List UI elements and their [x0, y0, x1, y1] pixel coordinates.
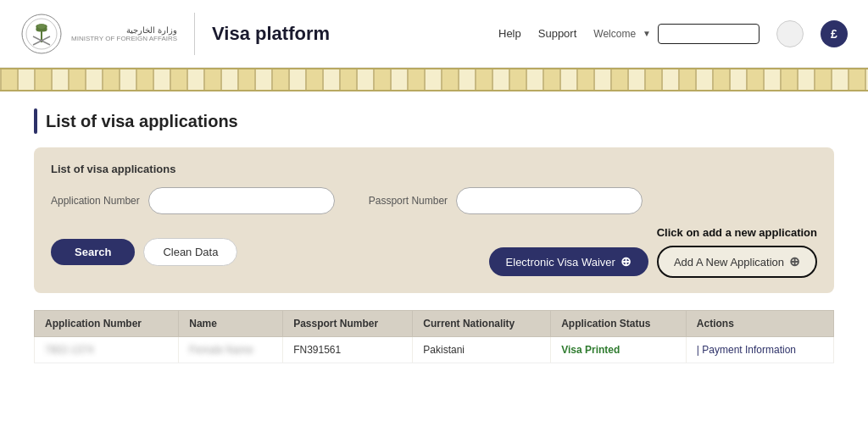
cell-actions: | Payment Information	[686, 337, 833, 363]
search-fields: Application Number Passport Number	[51, 187, 817, 214]
welcome-area: Welcome ▼	[593, 24, 760, 44]
col-status: Application Status	[551, 311, 687, 337]
add-new-plus-icon: ⊕	[789, 254, 800, 269]
table-body: 7802-1374 Female Name FN391561 Pakistani…	[35, 337, 834, 363]
table-header: Application Number Name Passport Number …	[35, 311, 834, 337]
table-row: 7802-1374 Female Name FN391561 Pakistani…	[35, 337, 834, 363]
evw-button[interactable]: Electronic Visa Waiver ⊕	[489, 247, 648, 276]
main-content: List of visa applications List of visa a…	[0, 91, 868, 380]
table-header-row: Application Number Name Passport Number …	[35, 311, 834, 337]
col-nationality: Current Nationality	[413, 311, 551, 337]
evw-label: Electronic Visa Waiver	[506, 256, 615, 269]
cell-name: Female Name	[179, 337, 283, 363]
logo-en: MINISTRY OF FOREIGN AFFAIRS	[71, 35, 177, 42]
page-title-section: List of visa applications	[34, 108, 834, 134]
chevron-down-icon: ▼	[643, 29, 651, 38]
payment-info-link[interactable]: | Payment Information	[697, 344, 796, 356]
decorative-band	[0, 68, 868, 91]
clean-data-button[interactable]: Clean Data	[143, 238, 237, 266]
blurred-name: Female Name	[189, 344, 253, 356]
header: وزارة الخارجية MINISTRY OF FOREIGN AFFAI…	[0, 0, 868, 68]
search-button[interactable]: Search	[51, 239, 135, 265]
title-bar-accent	[34, 108, 37, 134]
cell-passport-number: FN391561	[283, 337, 413, 363]
tooltip-text: Click on add a new application	[657, 226, 817, 239]
svg-point-5	[37, 24, 46, 29]
right-actions: Click on add a new application Electroni…	[489, 226, 817, 278]
results-table: Application Number Name Passport Number …	[34, 310, 834, 363]
cell-status: Visa Printed	[551, 337, 687, 363]
right-buttons: Electronic Visa Waiver ⊕ Add A New Appli…	[489, 246, 817, 278]
search-panel-title: List of visa applications	[51, 163, 817, 175]
support-link[interactable]: Support	[538, 27, 577, 40]
add-new-application-button[interactable]: Add A New Application ⊕	[657, 246, 817, 278]
header-nav: Help Support Welcome ▼ £	[498, 20, 848, 47]
logo-ar: وزارة الخارجية	[71, 25, 177, 35]
col-actions: Actions	[686, 311, 833, 337]
application-number-label: Application Number	[51, 195, 140, 207]
search-actions-row: Search Clean Data Click on add a new app…	[51, 226, 817, 278]
add-new-label: Add A New Application	[674, 256, 784, 269]
blurred-app-num: 7802-1374	[45, 344, 93, 356]
logo-text-block: وزارة الخارجية MINISTRY OF FOREIGN AFFAI…	[71, 25, 177, 42]
welcome-label: Welcome	[593, 28, 636, 40]
col-application-number: Application Number	[35, 311, 179, 337]
application-number-input[interactable]	[148, 187, 335, 214]
help-link[interactable]: Help	[498, 27, 521, 40]
welcome-input[interactable]	[658, 24, 760, 44]
col-passport-number: Passport Number	[283, 311, 413, 337]
passport-number-group: Passport Number	[369, 187, 643, 214]
emblem-icon	[20, 13, 63, 55]
app-title: Visa platform	[212, 23, 498, 45]
user-icon[interactable]: £	[821, 20, 848, 47]
status-badge: Visa Printed	[561, 344, 620, 356]
passport-number-input[interactable]	[456, 187, 643, 214]
evw-plus-icon: ⊕	[620, 254, 632, 269]
avatar	[776, 20, 804, 47]
logo-area: وزارة الخارجية MINISTRY OF FOREIGN AFFAI…	[20, 13, 195, 55]
application-number-group: Application Number	[51, 187, 335, 214]
cell-application-number: 7802-1374	[35, 337, 179, 363]
cell-nationality: Pakistani	[413, 337, 551, 363]
col-name: Name	[179, 311, 283, 337]
search-panel: List of visa applications Application Nu…	[34, 147, 834, 293]
page-title: List of visa applications	[46, 112, 238, 131]
passport-number-label: Passport Number	[369, 195, 448, 207]
